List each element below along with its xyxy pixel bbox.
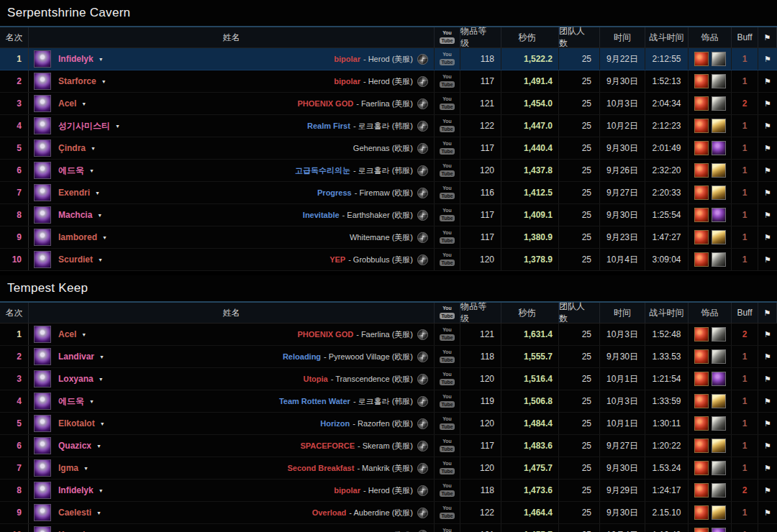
player-name[interactable]: Elkotalot [58, 418, 95, 428]
chevron-down-icon[interactable]: ▼ [99, 57, 104, 62]
trinket-icon[interactable] [712, 327, 726, 341]
player-name[interactable]: Acel [58, 98, 76, 109]
chevron-down-icon[interactable]: ▼ [83, 466, 88, 471]
flag-icon[interactable]: ⚑ [764, 508, 771, 518]
col-flag[interactable]: ⚑ [758, 27, 777, 47]
flag-icon[interactable]: ⚑ [764, 144, 771, 153]
trinket-icon[interactable] [712, 119, 726, 133]
crest-icon[interactable] [417, 76, 428, 87]
trinket-icon[interactable] [712, 439, 726, 453]
flag-icon[interactable]: ⚑ [764, 419, 771, 428]
flag-icon[interactable]: ⚑ [764, 352, 771, 362]
trinket-icon[interactable] [712, 528, 726, 532]
crest-icon[interactable] [417, 530, 428, 532]
guild-link[interactable]: bipolar [334, 55, 360, 63]
player-name[interactable]: Caelesti [58, 508, 91, 518]
crest-icon[interactable] [417, 232, 428, 243]
crest-icon[interactable] [417, 121, 428, 132]
trinket-icon[interactable] [694, 96, 709, 111]
crest-icon[interactable] [417, 352, 428, 362]
trinket-icon[interactable] [694, 141, 709, 155]
youtube-icon[interactable]: YouTube [440, 253, 455, 266]
player-name[interactable]: Infidelyk [58, 54, 94, 64]
trinket-icon[interactable] [694, 483, 709, 497]
crest-icon[interactable] [417, 210, 428, 221]
crest-icon[interactable] [417, 329, 428, 340]
table-row[interactable]: 8Infidelyk▼bipolar - Herod (美服)YouTube11… [0, 480, 777, 502]
youtube-icon[interactable]: YouTube [440, 350, 455, 363]
youtube-icon[interactable]: YouTube [440, 417, 455, 430]
trinket-icon[interactable] [694, 461, 709, 475]
guild-link[interactable]: Second Breakfast [287, 464, 354, 472]
col-trinkets[interactable]: 饰品 [689, 303, 732, 323]
youtube-icon[interactable]: YouTube [440, 395, 455, 408]
table-row[interactable]: 8Machcia▼Inevitable - Earthshaker (欧服)Yo… [0, 204, 777, 226]
col-rank[interactable]: 名次 [0, 27, 29, 47]
chevron-down-icon[interactable]: ▼ [115, 124, 120, 129]
trinket-icon[interactable] [694, 505, 709, 520]
table-row[interactable]: 4에드욱▼Team Rotten Water - 로크홀라 (韩服)YouTub… [0, 390, 777, 413]
trinket-icon[interactable] [694, 439, 709, 453]
table-row[interactable]: 1Infidelyk▼bipolar - Herod (美服)YouTube11… [0, 48, 777, 70]
trinket-icon[interactable] [712, 52, 726, 66]
flag-icon[interactable]: ⚑ [764, 77, 771, 86]
col-name[interactable]: 姓名 [29, 303, 435, 323]
player-name[interactable]: Iambored [58, 232, 97, 242]
youtube-icon[interactable]: YouTube [440, 439, 455, 452]
col-flag[interactable]: ⚑ [758, 303, 777, 323]
player-name[interactable]: Machcia [58, 210, 92, 220]
flag-icon[interactable]: ⚑ [764, 55, 771, 64]
chevron-down-icon[interactable]: ▼ [99, 488, 104, 493]
table-row[interactable]: 9Iambored▼Whitemane (美服)YouTube1171,380.… [0, 226, 777, 249]
guild-link[interactable]: 고급독수리의눈 [295, 165, 350, 176]
col-date[interactable]: 时间 [600, 27, 645, 47]
crest-icon[interactable] [417, 418, 428, 429]
trinket-icon[interactable] [712, 461, 726, 475]
trinket-icon[interactable] [712, 74, 726, 88]
trinket-icon[interactable] [694, 208, 709, 222]
crest-icon[interactable] [417, 254, 428, 265]
chevron-down-icon[interactable]: ▼ [96, 510, 101, 515]
youtube-icon[interactable]: YouTube [440, 164, 455, 177]
trinket-icon[interactable] [712, 208, 726, 222]
flag-icon[interactable]: ⚑ [764, 166, 771, 175]
trinket-icon[interactable] [694, 230, 709, 244]
chevron-down-icon[interactable]: ▼ [101, 79, 106, 84]
chevron-down-icon[interactable]: ▼ [102, 235, 107, 240]
table-row[interactable]: 7Igma▼Second Breakfast - Mankrik (美服)You… [0, 457, 777, 480]
crest-icon[interactable] [417, 396, 428, 407]
table-row[interactable]: 5Elkotalot▼Horizon - Razorfen (欧服)YouTub… [0, 413, 777, 435]
crest-icon[interactable] [417, 143, 428, 154]
player-name[interactable]: Exendri [58, 188, 90, 198]
chevron-down-icon[interactable]: ▼ [97, 213, 102, 218]
crest-icon[interactable] [417, 374, 428, 385]
youtube-icon[interactable]: YouTube [440, 31, 455, 44]
youtube-icon[interactable]: YouTube [440, 142, 455, 155]
trinket-icon[interactable] [712, 252, 726, 267]
trinket-icon[interactable] [712, 96, 726, 111]
guild-link[interactable]: Reloading [283, 352, 321, 361]
player-name[interactable]: Scurdiet [58, 254, 93, 265]
trinket-icon[interactable] [694, 416, 709, 431]
col-fight-time[interactable]: 战斗时间 [645, 303, 689, 323]
youtube-icon[interactable]: YouTube [440, 231, 455, 244]
trinket-icon[interactable] [694, 163, 709, 178]
chevron-down-icon[interactable]: ▼ [95, 191, 100, 196]
trinket-icon[interactable] [712, 230, 726, 244]
chevron-down-icon[interactable]: ▼ [81, 101, 86, 106]
youtube-icon[interactable]: YouTube [440, 484, 455, 497]
guild-link[interactable]: YEP [330, 255, 345, 264]
trinket-icon[interactable] [712, 185, 726, 200]
guild-link[interactable]: SPACEFORCE [300, 441, 355, 450]
player-name[interactable]: Landivar [58, 352, 94, 362]
guild-link[interactable]: Horizon [320, 419, 350, 428]
col-trinkets[interactable]: 饰品 [689, 27, 732, 47]
youtube-icon[interactable]: YouTube [440, 506, 455, 519]
col-dps[interactable]: 秒伤 [501, 27, 559, 47]
table-row[interactable]: 3Loxyana▼Utopia - Transcendence (欧服)YouT… [0, 368, 777, 390]
guild-link[interactable]: bipolar [334, 486, 360, 495]
player-name[interactable]: 에드욱 [58, 165, 84, 177]
trinket-icon[interactable] [712, 141, 726, 155]
player-name[interactable]: Starforce [58, 76, 96, 86]
crest-icon[interactable] [417, 98, 428, 109]
